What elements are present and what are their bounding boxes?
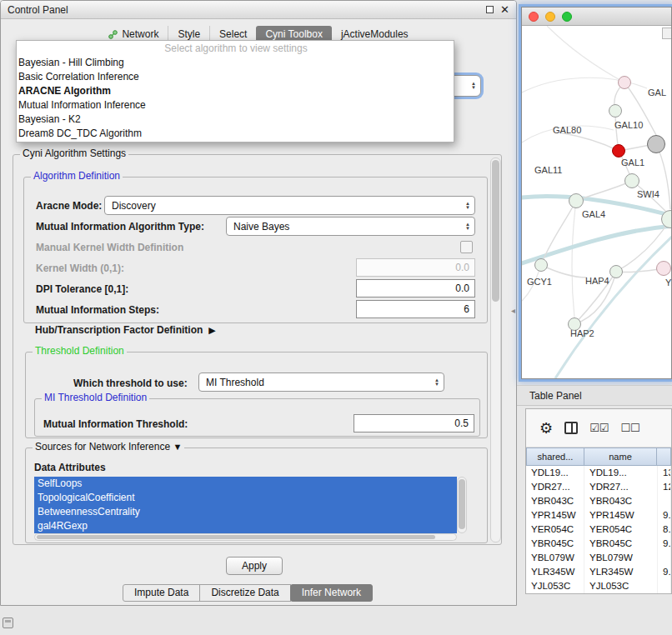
tab-impute-data[interactable]: Impute Data [123,584,200,602]
float-window-icon[interactable] [486,6,494,13]
table-cell: YBR045C [584,537,658,551]
attribute-item[interactable]: SelfLoops [34,477,457,491]
node-label: GCY1 [527,277,552,287]
table-row[interactable]: YDR27... YDR27... 12 [526,480,671,494]
corner-panel-icon[interactable] [3,618,13,628]
network-node[interactable] [624,173,639,188]
columns-icon[interactable] [564,422,578,434]
dropdown-item[interactable]: Bayesian - Hill Climbing [17,56,454,70]
mi-steps-field[interactable]: 6 [356,300,475,318]
table-header: shared... name [526,448,671,466]
aracne-mode-label: Aracne Mode: [36,197,102,215]
dropdown-item[interactable]: Bayesian - K2 [17,112,454,127]
network-node[interactable] [609,265,623,278]
settings-group: Cyni Algorithm Settings Algorithm Defini… [13,154,502,545]
hub-section-toggle[interactable]: Hub/Transcription Factor Definition ▶ [35,324,216,336]
which-threshold-combobox[interactable]: MI Threshold ▲▼ [198,372,444,392]
table-row[interactable]: YER054C YER054C 8. [526,522,671,537]
threshold-definition-group: Threshold Definition Which threshold to … [25,352,488,438]
table-cell: YDL19... [584,466,658,480]
network-node-selected[interactable] [612,144,625,158]
network-node[interactable] [569,193,584,208]
collapse-down-icon: ▼ [173,442,182,452]
which-threshold-label: Which threshold to use: [73,374,188,392]
select-all-columns-icon[interactable]: ☑☑ [589,422,609,434]
mi-type-combobox[interactable]: Naive Bayes ▲▼ [226,217,475,236]
scrollbar-thumb[interactable] [459,479,465,529]
mi-threshold-legend: MI Threshold Definition [42,392,149,403]
table-row[interactable]: YPR145W YPR145W 9. [526,508,671,522]
manual-kernel-checkbox[interactable] [460,241,473,253]
sources-legend[interactable]: Sources for Network Inference ▼ [33,441,184,452]
table-cell: YJL053C [584,579,658,593]
traffic-light-minimize[interactable] [545,12,555,22]
table-row[interactable]: YBR045C YBR045C 9. [526,537,671,551]
table-row[interactable]: YBL079W YBL079W [526,551,671,565]
network-node[interactable] [656,261,671,276]
node-label: GAL11 [534,165,562,175]
network-node[interactable] [609,104,622,118]
table-cell: YDR27... [584,480,658,494]
mi-type-label: Mutual Information Algorithm Type: [36,218,204,236]
dropdown-item[interactable]: Basic Correlation Inference [17,70,454,84]
list-vertical-scrollbar[interactable] [457,477,467,533]
table-cell: YLR345W [526,565,584,579]
deselect-all-columns-icon[interactable]: ☐☐ [620,422,639,434]
canvas-scrollbar[interactable] [662,28,671,39]
mi-steps-label: Mutual Information Steps: [36,301,159,319]
aracne-mode-combobox[interactable]: Discovery ▲▼ [104,196,475,215]
node-label: GAL4 [582,209,605,219]
table-row[interactable]: YBR043C YBR043C [526,494,671,508]
list-horizontal-scrollbar[interactable] [34,533,457,541]
dropdown-item[interactable]: Dream8 DC_TDC Algorithm [17,127,454,141]
spinner-arrows-icon: ▲▼ [465,222,470,231]
close-icon[interactable]: ✕ [500,5,509,15]
header-cell[interactable] [656,448,671,466]
network-node[interactable] [618,76,631,89]
network-node[interactable] [534,258,548,272]
tab-discretize-data[interactable]: Discretize Data [199,584,290,602]
settings-scrollbar[interactable] [490,158,501,542]
control-panel-titlebar: Control Panel ✕ [1,1,516,19]
gear-icon[interactable]: ⚙ [539,421,553,436]
network-node-gal10[interactable] [647,135,665,153]
apply-button[interactable]: Apply [226,557,283,575]
traffic-light-close[interactable] [529,12,539,22]
table-cell: YER054C [526,522,584,537]
table-row[interactable]: YDL19... YDL19... 13 [526,466,671,480]
table-cell: YJL053C [526,579,584,593]
scrollbar-thumb[interactable] [37,535,435,539]
table-body: YDL19... YDL19... 13 YDR27... YDR27... 1… [526,466,671,593]
dpi-tolerance-field[interactable]: 0.0 [356,279,475,298]
table-cell: 13 [658,466,671,480]
network-canvas[interactable]: GAL GAL80 GAL10 GAL11 GAL1 SWI4 GAL4 GCY… [522,26,671,378]
window-title: Control Panel [8,4,68,16]
table-cell: YBR043C [584,494,658,508]
table-row[interactable]: YJL053C YJL053C [526,579,671,593]
divider-handle[interactable]: ◂ [511,306,515,315]
table-cell: YDL19... [526,466,584,480]
table-panel-title: Table Panel [529,390,582,402]
dropdown-item-selected[interactable]: ARACNE Algorithm [17,84,454,98]
bottom-tab-bar: Impute Data Discretize Data Infer Networ… [123,584,373,602]
table-cell: YBR043C [526,494,584,508]
table-cell: YDR27... [526,480,584,494]
expand-right-icon: ▶ [208,325,215,336]
table-cell: YBL079W [526,551,584,565]
scrollbar-thumb[interactable] [492,160,499,302]
traffic-light-zoom[interactable] [562,12,572,22]
header-cell[interactable]: name [584,448,657,466]
tab-infer-network[interactable]: Infer Network [290,584,373,602]
table-cell: 9. [658,508,671,522]
dropdown-item[interactable]: Mutual Information Inference [17,98,454,112]
attribute-item[interactable]: gal4RGexp [34,519,457,533]
kernel-width-field[interactable]: 0.0 [356,258,475,277]
table-row[interactable]: YLR345W YLR345W 9. [526,565,671,579]
attribute-item[interactable]: TopologicalCoefficient [34,491,457,505]
mi-threshold-label: Mutual Information Threshold: [43,415,188,433]
attribute-item[interactable]: BetweennessCentrality [34,505,457,519]
network-titlebar [522,8,671,26]
mi-threshold-field[interactable]: 0.5 [354,414,474,432]
header-cell[interactable]: shared... [526,448,584,466]
dropdown-placeholder: Select algorithm to view settings [17,42,454,56]
